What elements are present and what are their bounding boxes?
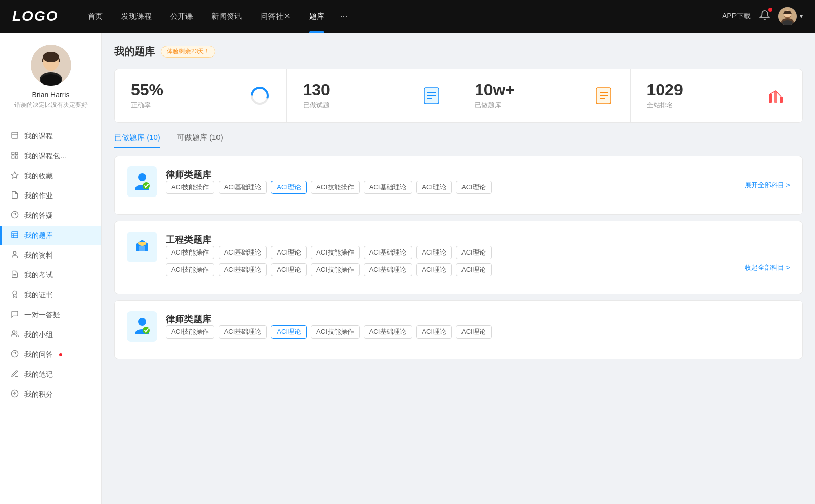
collapse-link-2[interactable]: 收起全部科目 > xyxy=(745,263,790,272)
svg-rect-14 xyxy=(15,152,18,155)
qbank-header-2: 工程类题库 ACI技能操作 ACI基础理论 ACI理论 ACI技能操作 ACI基… xyxy=(127,232,790,276)
sidebar-item-qbank[interactable]: 我的题库 xyxy=(0,226,101,245)
nav-home[interactable]: 首页 xyxy=(78,0,112,33)
stat-label-rank: 全站排名 xyxy=(647,101,758,110)
nav-qa[interactable]: 问答社区 xyxy=(251,0,300,33)
tag-1-6[interactable]: ACI理论 xyxy=(456,181,492,194)
qbank-card-lawyer-1: 律师类题库 ACI技能操作 ACI基础理论 ACI理论 ACI技能操作 ACI基… xyxy=(114,156,803,215)
tag-3-5[interactable]: ACI理论 xyxy=(416,325,452,339)
svg-point-27 xyxy=(13,291,17,295)
navbar-right: APP下载 ▾ xyxy=(722,7,803,25)
tab-done-banks[interactable]: 已做题库 (10) xyxy=(114,133,160,148)
sidebar-item-questions[interactable]: 我的问答 xyxy=(0,345,101,365)
tag-2-0-6[interactable]: ACI理论 xyxy=(456,246,492,259)
tabs: 已做题库 (10) 可做题库 (10) xyxy=(114,133,803,148)
tag-2-0-1[interactable]: ACI基础理论 xyxy=(219,246,267,259)
tag-2-1-6[interactable]: ACI理论 xyxy=(456,263,492,276)
course-icon xyxy=(10,131,19,141)
tag-1-5[interactable]: ACI理论 xyxy=(416,181,452,194)
tag-2-0-5[interactable]: ACI理论 xyxy=(416,246,452,259)
exam-icon xyxy=(10,270,19,280)
sidebar-item-qa[interactable]: 我的答疑 xyxy=(0,206,101,226)
sidebar-item-course-pkg[interactable]: 我的课程包... xyxy=(0,146,101,166)
sidebar-item-course[interactable]: 我的课程 xyxy=(0,126,101,146)
stats-grid: 55% 正确率 130 已做试题 xyxy=(114,69,803,123)
tag-3-6[interactable]: ACI理论 xyxy=(456,325,492,339)
stat-value-done: 130 xyxy=(303,81,414,98)
main-content: 我的题库 体验剩余23天！ 55% 正确率 xyxy=(102,33,815,504)
homework-icon xyxy=(10,191,19,201)
user-avatar xyxy=(778,7,797,25)
sidebar-item-cert[interactable]: 我的证书 xyxy=(0,285,101,305)
tag-2-1-3[interactable]: ACI技能操作 xyxy=(311,263,360,276)
nav-news[interactable]: 新闻资讯 xyxy=(202,0,251,33)
sidebar-item-homework[interactable]: 我的作业 xyxy=(0,186,101,206)
tag-3-3[interactable]: ACI技能操作 xyxy=(311,325,360,339)
tag-2-1-0[interactable]: ACI技能操作 xyxy=(166,263,214,276)
stat-value-rate: 55% xyxy=(131,81,241,98)
tag-2-1-4[interactable]: ACI基础理论 xyxy=(364,263,413,276)
tag-3-4[interactable]: ACI基础理论 xyxy=(364,325,413,339)
tag-1-3[interactable]: ACI技能操作 xyxy=(311,181,360,194)
tag-1-4[interactable]: ACI基础理论 xyxy=(364,181,413,194)
trial-badge: 体验剩余23天！ xyxy=(161,46,215,58)
tag-2-0-3[interactable]: ACI技能操作 xyxy=(311,246,360,259)
tag-1-2[interactable]: ACI理论 xyxy=(271,181,307,194)
tag-2-0-2[interactable]: ACI理论 xyxy=(271,246,307,259)
tag-2-0-4[interactable]: ACI基础理论 xyxy=(364,246,413,259)
sidebar-item-notes[interactable]: 我的笔记 xyxy=(0,365,101,384)
nav-open-course[interactable]: 公开课 xyxy=(161,0,202,33)
stat-value-banks: 10w+ xyxy=(475,81,585,98)
tag-3-1[interactable]: ACI基础理论 xyxy=(219,325,267,339)
stat-done-questions: 130 已做试题 xyxy=(287,69,459,122)
tag-1-1[interactable]: ACI基础理论 xyxy=(219,181,267,194)
nav-discover[interactable]: 发现课程 xyxy=(112,0,161,33)
sidebar-item-points[interactable]: 我的积分 xyxy=(0,384,101,404)
qbank-title-3: 律师类题库 xyxy=(166,311,790,325)
user-avatar-menu[interactable]: ▾ xyxy=(778,7,803,25)
svg-rect-20 xyxy=(12,232,18,238)
svg-rect-11 xyxy=(12,132,18,138)
svg-marker-17 xyxy=(11,172,18,178)
tag-2-1-5[interactable]: ACI理论 xyxy=(416,263,452,276)
qbank-lawyer-icon-2 xyxy=(127,311,157,342)
expand-link-1[interactable]: 展开全部科目 > xyxy=(745,181,790,190)
qbank-title-2: 工程类题库 xyxy=(166,232,790,246)
tag-1-0[interactable]: ACI技能操作 xyxy=(166,181,214,194)
svg-rect-13 xyxy=(12,152,14,155)
qbank-tags-2-row2: ACI技能操作 ACI基础理论 ACI理论 ACI技能操作 ACI基础理论 AC… xyxy=(166,263,741,276)
svg-rect-47 xyxy=(774,91,777,103)
tag-2-0-0[interactable]: ACI技能操作 xyxy=(166,246,214,259)
nav-qbank[interactable]: 题库 xyxy=(300,0,334,33)
page-title: 我的题库 xyxy=(114,45,155,59)
svg-point-55 xyxy=(143,327,150,334)
tag-3-0[interactable]: ACI技能操作 xyxy=(166,325,214,339)
svg-rect-46 xyxy=(769,94,772,103)
qbank-tags-3: ACI技能操作 ACI基础理论 ACI理论 ACI技能操作 ACI基础理论 AC… xyxy=(166,325,790,339)
nav-more[interactable]: ··· xyxy=(334,11,354,22)
app-download-link[interactable]: APP下载 xyxy=(722,12,751,21)
sidebar-item-1on1[interactable]: 一对一答疑 xyxy=(0,305,101,325)
tab-available-banks[interactable]: 可做题库 (10) xyxy=(177,133,223,148)
tag-2-1-2[interactable]: ACI理论 xyxy=(271,263,307,276)
page-header: 我的题库 体验剩余23天！ xyxy=(114,45,803,59)
sidebar-item-profile-data[interactable]: 我的资料 xyxy=(0,245,101,265)
qbank-icon xyxy=(10,231,19,240)
stat-correct-rate: 55% 正确率 xyxy=(115,69,287,122)
svg-point-9 xyxy=(43,52,59,62)
qbank-header-1: 律师类题库 ACI技能操作 ACI基础理论 ACI理论 ACI技能操作 ACI基… xyxy=(127,166,790,197)
sidebar-item-exam[interactable]: 我的考试 xyxy=(0,265,101,285)
sidebar-item-favorites[interactable]: 我的收藏 xyxy=(0,166,101,186)
tag-3-2[interactable]: ACI理论 xyxy=(271,325,307,339)
tag-2-1-1[interactable]: ACI基础理论 xyxy=(219,263,267,276)
svg-rect-53 xyxy=(138,242,146,245)
qbank-title-1: 律师类题库 xyxy=(166,166,790,181)
svg-point-54 xyxy=(138,318,146,326)
notification-bell[interactable] xyxy=(759,10,770,23)
pie-chart-icon xyxy=(250,86,270,106)
profile-motto: 错误的决定比没有决定要好 xyxy=(14,101,88,109)
group-icon xyxy=(10,330,19,340)
sidebar-item-group[interactable]: 我的小组 xyxy=(0,325,101,345)
logo[interactable]: LOGO xyxy=(12,8,58,24)
svg-rect-15 xyxy=(12,156,14,158)
